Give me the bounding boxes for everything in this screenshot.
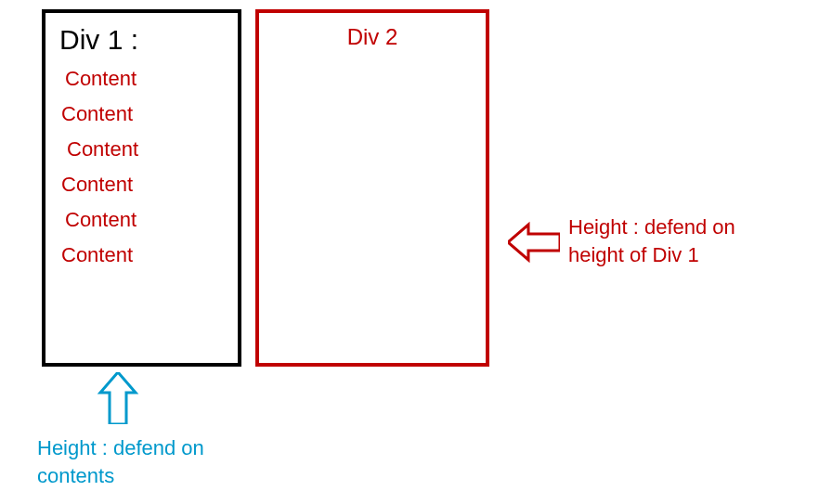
annotation-bottom-line1: Height : defend on <box>37 434 204 462</box>
content-item: Content <box>59 137 224 162</box>
div-1-title: Div 1 : <box>59 24 224 56</box>
div-2-title: Div 2 <box>273 24 472 50</box>
div-2-box: Div 2 <box>255 9 489 367</box>
arrow-up-icon <box>93 372 143 424</box>
content-item: Content <box>59 102 224 126</box>
div-1-box: Div 1 : Content Content Content Content … <box>42 9 241 367</box>
annotation-right-line1: Height : defend on <box>568 213 735 241</box>
content-item: Content <box>59 243 224 267</box>
annotation-bottom-line2: contents <box>37 462 204 490</box>
annotation-bottom: Height : defend on contents <box>37 434 204 489</box>
annotation-right: Height : defend on height of Div 1 <box>568 213 735 268</box>
arrow-left-icon <box>508 217 560 267</box>
annotation-right-line2: height of Div 1 <box>568 241 735 269</box>
content-item: Content <box>59 173 224 197</box>
content-item: Content <box>59 208 224 232</box>
content-item: Content <box>59 67 224 91</box>
